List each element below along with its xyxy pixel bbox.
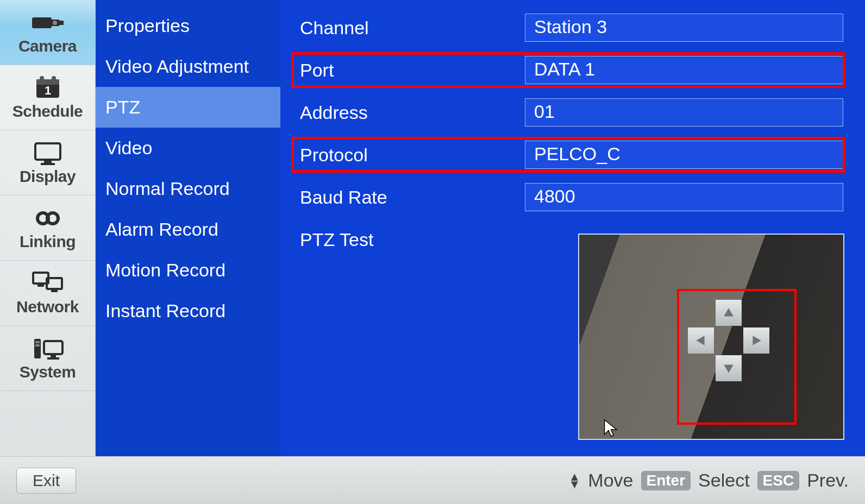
sidebar-label: Camera xyxy=(18,37,77,55)
sidebar-item-system[interactable]: System xyxy=(0,326,95,391)
label-protocol: Protocol xyxy=(291,144,525,166)
arrow-up-icon xyxy=(723,307,735,319)
svg-rect-0 xyxy=(32,17,52,28)
label-port: Port xyxy=(291,60,525,81)
svg-rect-10 xyxy=(44,161,52,163)
sidebar-label: Schedule xyxy=(12,102,83,121)
esc-key-badge: ESC xyxy=(757,471,800,490)
arrow-left-icon xyxy=(695,335,707,346)
row-channel: Channel Station 3 xyxy=(291,7,854,49)
label-channel: Channel xyxy=(291,17,525,39)
svg-rect-19 xyxy=(44,341,62,354)
sidebar: Camera 1 Schedule Display Linking xyxy=(0,0,96,456)
svg-point-3 xyxy=(53,21,57,25)
monitor-icon xyxy=(29,140,67,166)
row-protocol: Protocol PELCO_C xyxy=(291,134,854,176)
sidebar-item-linking[interactable]: Linking xyxy=(0,196,95,261)
svg-rect-2 xyxy=(59,21,64,25)
svg-point-6 xyxy=(40,76,44,80)
row-baud: Baud Rate 4800 xyxy=(291,176,854,218)
calendar-icon: 1 xyxy=(29,75,67,101)
svg-rect-18 xyxy=(35,344,40,346)
svg-text:1: 1 xyxy=(44,84,51,97)
footer: Exit ▲▼ Move Enter Select ESC Prev. xyxy=(0,456,865,504)
help-move: Move xyxy=(588,470,633,491)
submenu-item-properties[interactable]: Properties xyxy=(96,5,280,46)
sidebar-label: Display xyxy=(20,167,76,186)
help-bar: ▲▼ Move Enter Select ESC Prev. xyxy=(569,470,849,491)
input-channel[interactable]: Station 3 xyxy=(525,14,843,42)
help-select: Select xyxy=(698,470,750,491)
input-port[interactable]: DATA 1 xyxy=(525,56,843,84)
network-icon xyxy=(29,270,67,297)
input-protocol[interactable]: PELCO_C xyxy=(525,141,843,169)
svg-point-7 xyxy=(52,76,56,80)
sidebar-label: System xyxy=(20,363,76,381)
ptz-down-button[interactable] xyxy=(716,355,742,381)
label-address: Address xyxy=(291,102,525,123)
exit-button[interactable]: Exit xyxy=(16,468,76,494)
arrow-down-icon xyxy=(723,362,735,374)
submenu-item-motion-record[interactable]: Motion Record xyxy=(96,250,280,291)
sidebar-item-display[interactable]: Display xyxy=(0,130,95,196)
svg-rect-14 xyxy=(37,285,44,287)
svg-rect-15 xyxy=(51,290,58,292)
camera-icon xyxy=(29,10,67,36)
submenu-item-instant-record[interactable]: Instant Record xyxy=(96,291,280,331)
ptz-right-button[interactable] xyxy=(743,327,769,354)
sidebar-label: Network xyxy=(16,298,79,316)
help-prev: Prev. xyxy=(807,470,849,491)
submenu-item-alarm-record[interactable]: Alarm Record xyxy=(96,209,280,250)
svg-rect-21 xyxy=(47,357,59,360)
svg-rect-17 xyxy=(35,341,40,343)
ptz-up-button[interactable] xyxy=(716,300,742,326)
row-address: Address 01 xyxy=(291,91,854,134)
ptz-dpad xyxy=(688,300,769,381)
submenu-item-video-adjustment[interactable]: Video Adjustment xyxy=(96,46,280,87)
ptz-left-button[interactable] xyxy=(688,327,714,354)
sidebar-item-network[interactable]: Network xyxy=(0,261,95,326)
svg-rect-9 xyxy=(35,143,60,160)
sidebar-item-schedule[interactable]: 1 Schedule xyxy=(0,65,95,130)
arrow-right-icon xyxy=(750,335,762,346)
svg-rect-11 xyxy=(41,163,55,165)
sidebar-item-camera[interactable]: Camera xyxy=(0,0,95,65)
content-pane: Channel Station 3 Port DATA 1 Address 01… xyxy=(280,0,865,456)
ptz-preview xyxy=(578,234,844,440)
enter-key-badge: Enter xyxy=(641,471,691,490)
row-port: Port DATA 1 xyxy=(291,49,854,91)
submenu-item-ptz[interactable]: PTZ xyxy=(96,87,280,128)
label-ptztest: PTZ Test xyxy=(291,229,525,250)
submenu: Properties Video Adjustment PTZ Video No… xyxy=(96,0,280,456)
sidebar-label: Linking xyxy=(20,232,76,251)
submenu-item-video[interactable]: Video xyxy=(96,128,280,168)
system-icon xyxy=(29,336,67,362)
link-icon xyxy=(29,205,67,231)
submenu-item-normal-record[interactable]: Normal Record xyxy=(96,168,280,209)
input-address[interactable]: 01 xyxy=(525,98,843,127)
input-baud[interactable]: 4800 xyxy=(525,183,843,211)
svg-rect-20 xyxy=(51,355,56,357)
updown-arrows-icon: ▲▼ xyxy=(569,473,581,487)
label-baud: Baud Rate xyxy=(291,187,525,208)
